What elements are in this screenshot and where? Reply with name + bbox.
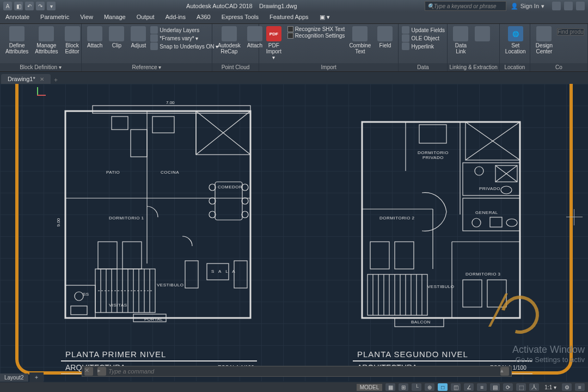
manage-attr-icon [39, 26, 54, 41]
tab-parametric[interactable]: Parametric [35, 12, 75, 23]
tab-view[interactable]: View [75, 12, 99, 23]
new-file-tab[interactable]: ＋ [51, 76, 62, 84]
btn-recap[interactable]: Autodesk ReCap [216, 25, 243, 56]
tab-annotate[interactable]: Annotate [0, 12, 35, 23]
status-grid[interactable]: ▦ [385, 383, 395, 391]
clip-icon [109, 26, 124, 41]
status-menu[interactable]: ≡ [575, 383, 585, 391]
btn-combine-text[interactable]: Combine Text [347, 25, 373, 56]
help-search[interactable]: 🔍 Type a keyword or phrase [425, 1, 506, 11]
status-3dosnap[interactable]: ◫ [451, 383, 461, 391]
label: Block Editor [65, 42, 79, 54]
btn-adjust[interactable]: Adjust [128, 25, 148, 50]
status-model[interactable]: MODEL [357, 384, 383, 391]
btn-data-link[interactable]: Data Link [451, 25, 470, 56]
tab-output[interactable]: Output [131, 12, 160, 23]
btn-set-location[interactable]: 🌐Set Location [503, 25, 528, 56]
status-polar[interactable]: ⊕ [425, 383, 434, 391]
status-lineweight[interactable]: ≡ [477, 383, 487, 391]
qat-undo[interactable]: ↶ [25, 2, 34, 10]
status-gear-icon[interactable]: ⚙ [562, 383, 572, 391]
close-icon[interactable]: ✕ [84, 367, 93, 376]
svg-point-15 [242, 184, 248, 191]
command-input[interactable] [108, 368, 498, 375]
tab-express[interactable]: Express Tools [216, 12, 264, 23]
close-icon[interactable]: ✕ [40, 76, 44, 82]
btn-manage-attributes[interactable]: Manage Attributes [33, 25, 60, 56]
status-osnap[interactable]: □ [438, 383, 448, 391]
btn-recognize-shx[interactable]: Recognize SHX Text [287, 26, 345, 32]
panel-title: Data [399, 63, 447, 71]
status-cycling[interactable]: ⟳ [503, 383, 513, 391]
svg-rect-1 [93, 106, 250, 113]
svg-rect-9 [152, 117, 174, 133]
qat-menu[interactable]: A [3, 2, 12, 10]
qat-more[interactable]: ▾ [47, 2, 56, 10]
btn-attach[interactable]: Attach [85, 25, 105, 50]
drawing-canvas[interactable]: 7.00 9.00 [0, 84, 588, 381]
field-icon [377, 26, 393, 41]
btn-pdf-import[interactable]: PDFPDF Import ▾ [262, 25, 285, 62]
svg-rect-73 [463, 280, 482, 307]
checkbox[interactable] [287, 33, 293, 39]
qat-new[interactable]: ◧ [14, 2, 23, 10]
status-ortho[interactable]: └ [412, 383, 421, 391]
user-icon: 👤 [511, 3, 518, 10]
exchange-icon[interactable] [552, 2, 561, 10]
panel-title[interactable]: Reference ▾ [82, 63, 212, 71]
panel-title: Import [259, 63, 398, 71]
file-tab-drawing1[interactable]: Drawing1* ✕ [1, 74, 51, 84]
room-ss: SS [83, 292, 89, 297]
room-dorm-privado: DORMITORIO PRIVADO [418, 150, 449, 160]
btn-extract[interactable] [473, 25, 492, 42]
ucs-icon [33, 87, 42, 97]
btn-snap-underlays[interactable]: Snap to Underlays ON ▾ [150, 42, 218, 50]
btn-block-editor[interactable]: Block Editor [63, 25, 82, 56]
btn-ole-object[interactable]: OLE Object [402, 34, 445, 42]
svg-rect-34 [234, 261, 247, 288]
svg-point-12 [209, 184, 216, 191]
tab-featured[interactable]: Featured Apps [264, 12, 314, 23]
search-input[interactable] [557, 28, 584, 35]
panel-title[interactable]: Block Definition ▾ [0, 63, 81, 71]
cmd-up-icon[interactable]: ▴ [500, 367, 509, 376]
layout-tab[interactable]: Layout2 [0, 373, 28, 382]
cart-icon[interactable] [564, 2, 573, 10]
attributes-icon [9, 26, 24, 41]
btn-define-attributes[interactable]: Define Attributes [3, 25, 30, 56]
tab-manage[interactable]: Manage [99, 12, 131, 23]
btn-hyperlink[interactable]: Hyperlink [402, 42, 445, 50]
tab-addon-toggle[interactable]: ▣ ▾ [314, 12, 335, 23]
tab-addins[interactable]: Add-ins [160, 12, 191, 23]
btn-update-fields[interactable]: Update Fields [402, 26, 445, 34]
svg-point-47 [475, 167, 483, 175]
cmd-icon[interactable]: ▸ [97, 367, 106, 376]
room-comedor: COMEDOR [218, 185, 242, 189]
checkbox[interactable] [287, 26, 293, 32]
status-snap[interactable]: ⊞ [399, 383, 408, 391]
qat-redo[interactable]: ↷ [36, 2, 45, 10]
signin-area[interactable]: 👤 Sign In ▾ [506, 3, 549, 10]
tab-a360[interactable]: A360 [191, 12, 216, 23]
btn-design-center[interactable]: Design Center [534, 25, 555, 56]
svg-point-53 [472, 218, 481, 227]
update-icon [402, 26, 409, 34]
help-icon[interactable] [576, 2, 585, 10]
status-transparency[interactable]: ▤ [490, 383, 500, 391]
status-annoscale-icon[interactable]: 人 [529, 383, 539, 391]
layout-tab-add[interactable]: ＋ [29, 372, 44, 382]
btn-recognition-settings[interactable]: Recognition Settings [287, 33, 345, 39]
btn-field[interactable]: Field [375, 25, 395, 50]
status-scale[interactable]: 1:1 ▾ [542, 384, 559, 390]
svg-rect-54 [490, 217, 502, 227]
status-otrack[interactable]: ∠ [464, 383, 474, 391]
btn-underlay-layers[interactable]: Underlay Layers [150, 26, 218, 34]
svg-rect-8 [112, 117, 128, 130]
label: Clip [112, 42, 121, 48]
btn-clip[interactable]: Clip [107, 25, 126, 50]
btn-frames[interactable]: *Frames vary* ▾ [150, 34, 218, 42]
ole-icon [402, 34, 409, 42]
status-annomonitor[interactable]: ⬚ [516, 383, 526, 391]
search-products[interactable]: Find product m [557, 25, 584, 35]
command-line[interactable]: ✕ ▸ ▴ [82, 366, 512, 377]
